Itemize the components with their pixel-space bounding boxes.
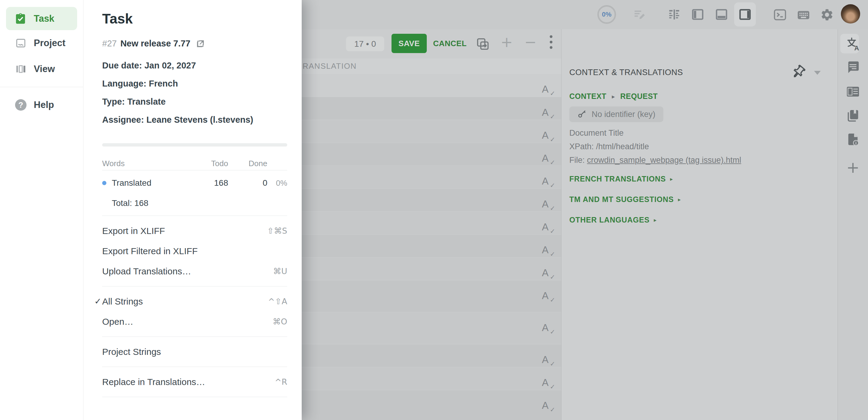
save-button[interactable]: SAVE xyxy=(392,34,427,53)
string-row[interactable]: A✓ xyxy=(302,258,561,280)
strings-grid: A✓A✓A✓A✓A✓A✓A✓A✓A✓A✓A✓A✓A✓A✓ xyxy=(302,74,561,420)
sidebar-item-view[interactable]: View xyxy=(0,56,83,82)
string-row[interactable]: A✓ xyxy=(302,143,561,166)
task-clipboard-icon xyxy=(14,13,27,25)
string-row[interactable]: A✓ xyxy=(302,97,561,120)
sidebar-item-help[interactable]: ? Help xyxy=(0,92,83,118)
menu-item-upload-translations[interactable]: Upload Translations… ⌘U xyxy=(102,261,287,281)
right-tool-strip: A + xyxy=(838,29,868,420)
sidebar-item-label: View xyxy=(34,64,55,74)
words-table-row: Translated 168 0 0% xyxy=(102,170,287,196)
user-avatar[interactable] xyxy=(841,4,860,24)
section-tm-mt-suggestions[interactable]: TM AND MT SUGGESTIONS▸ xyxy=(569,195,681,204)
spellcheck-icon[interactable]: A✓ xyxy=(542,199,552,211)
string-row[interactable]: A✓ xyxy=(302,280,561,312)
done-count: 0 xyxy=(228,178,267,188)
section-french-translations[interactable]: FRENCH TRANSLATIONS▸ xyxy=(569,175,673,183)
translate-tool-icon[interactable]: A xyxy=(845,36,861,51)
string-row[interactable]: A✓ xyxy=(302,235,561,258)
view-side-by-side-icon[interactable] xyxy=(691,8,704,21)
identifier-key-chip[interactable]: No identifier (key) xyxy=(569,107,663,122)
menu-item-project-strings[interactable]: Project Strings xyxy=(102,341,287,362)
tab-context[interactable]: CONTEXT xyxy=(569,92,607,101)
task-number: #27 xyxy=(102,38,117,49)
spellcheck-icon[interactable]: A✓ xyxy=(542,267,552,280)
decrease-font-icon[interactable]: − xyxy=(524,33,536,50)
spellcheck-icon[interactable]: A✓ xyxy=(542,84,552,96)
section-other-languages[interactable]: OTHER LANGUAGES▸ xyxy=(569,216,656,224)
pin-icon[interactable] xyxy=(791,65,806,79)
file-info-tool-icon[interactable] xyxy=(846,133,860,147)
string-row[interactable]: A✓ xyxy=(302,312,561,344)
string-row[interactable]: A✓ xyxy=(302,344,561,367)
col-done: Done xyxy=(228,159,267,168)
comments-tool-icon[interactable] xyxy=(846,60,860,74)
more-options-icon[interactable] xyxy=(547,35,555,49)
section-arrow-icon: ▸ xyxy=(670,176,673,182)
increase-font-icon[interactable]: + xyxy=(501,33,513,50)
task-reference-line: #27 New release 7.77 xyxy=(102,38,287,49)
string-row[interactable]: A✓ xyxy=(302,74,561,97)
file-link[interactable]: crowdin_sample_webpage (tag issue).html xyxy=(587,156,741,164)
menu-item-export-filtered-xliff[interactable]: Export Filtered in XLIFF xyxy=(102,241,287,261)
menu-item-replace-in-translations[interactable]: Replace in Translations… ^R xyxy=(102,372,287,392)
spellcheck-icon[interactable]: A✓ xyxy=(542,221,552,234)
sidebar-item-label: Task xyxy=(34,13,54,24)
sidebar-item-task[interactable]: Task xyxy=(6,7,77,30)
string-counter-chip: 17 • 0 xyxy=(346,36,384,51)
menu-divider xyxy=(102,397,287,397)
string-row[interactable]: A✓ xyxy=(302,189,561,212)
project-icon xyxy=(15,37,27,49)
spellcheck-icon[interactable]: A✓ xyxy=(542,354,552,367)
task-name: New release 7.77 xyxy=(120,38,190,49)
editor-action-bar: 17 • 0 SAVE CANCEL + − xyxy=(302,29,561,59)
view-bottom-panel-icon[interactable] xyxy=(715,8,728,21)
menu-item-open[interactable]: Open… ⌘O xyxy=(102,311,287,332)
terminal-icon[interactable] xyxy=(773,8,787,22)
spellcheck-icon[interactable]: A✓ xyxy=(542,176,552,188)
spellcheck-icon[interactable]: A✓ xyxy=(542,290,552,303)
spellcheck-icon[interactable]: A✓ xyxy=(542,400,552,413)
menu-item-all-strings[interactable]: ✓ All Strings ^⇧A xyxy=(102,291,287,311)
tab-request[interactable]: REQUEST xyxy=(620,92,658,101)
translation-column-header: RANSLATION xyxy=(302,59,561,74)
string-row[interactable]: A✓ xyxy=(302,212,561,235)
string-row[interactable]: A✓ xyxy=(302,166,561,189)
task-language: Language: French xyxy=(102,74,287,93)
spellcheck-icon[interactable]: A✓ xyxy=(542,244,552,257)
key-icon xyxy=(577,110,587,119)
glossary-tool-icon[interactable] xyxy=(846,110,860,123)
copy-source-icon[interactable] xyxy=(476,37,490,51)
sidebar-item-project[interactable]: Project xyxy=(0,30,83,56)
open-task-external-icon[interactable] xyxy=(196,39,205,48)
menu-item-export-xliff[interactable]: Export in XLIFF ⇧⌘S xyxy=(102,221,287,241)
section-arrow-icon: ▸ xyxy=(654,217,656,223)
panel-heading: Task xyxy=(102,11,287,27)
draft-edit-icon[interactable] xyxy=(633,8,646,21)
panel-dropdown-caret[interactable] xyxy=(814,71,821,75)
view-table-icon[interactable] xyxy=(668,8,681,21)
spellcheck-icon[interactable]: A✓ xyxy=(542,322,552,335)
col-words: Words xyxy=(102,159,189,168)
words-total: Total: 168 xyxy=(102,196,287,211)
add-panel-icon[interactable]: + xyxy=(846,158,860,176)
keyboard-icon[interactable] xyxy=(797,9,810,21)
spellcheck-icon[interactable]: A✓ xyxy=(542,107,552,119)
article-tool-icon[interactable] xyxy=(846,86,860,98)
context-translations-panel: CONTEXT & TRANSLATIONS CONTEXT ▸ REQUEST… xyxy=(561,29,838,420)
menu-divider xyxy=(102,336,287,337)
translation-progress-ring[interactable]: 0% xyxy=(597,5,616,24)
settings-gear-icon[interactable] xyxy=(820,8,834,22)
task-progress-bar xyxy=(102,143,287,147)
identifier-label: No identifier (key) xyxy=(592,110,655,119)
string-row[interactable]: A✓ xyxy=(302,390,561,420)
spellcheck-icon[interactable]: A✓ xyxy=(542,377,552,390)
string-row[interactable]: A✓ xyxy=(302,120,561,143)
spellcheck-icon[interactable]: A✓ xyxy=(542,130,552,142)
section-arrow-icon: ▸ xyxy=(678,196,681,203)
string-row[interactable]: A✓ xyxy=(302,367,561,390)
view-right-panel-icon[interactable] xyxy=(738,8,752,21)
checkmark-icon: ✓ xyxy=(94,296,101,306)
cancel-button[interactable]: CANCEL xyxy=(428,34,471,53)
spellcheck-icon[interactable]: A✓ xyxy=(542,153,552,165)
